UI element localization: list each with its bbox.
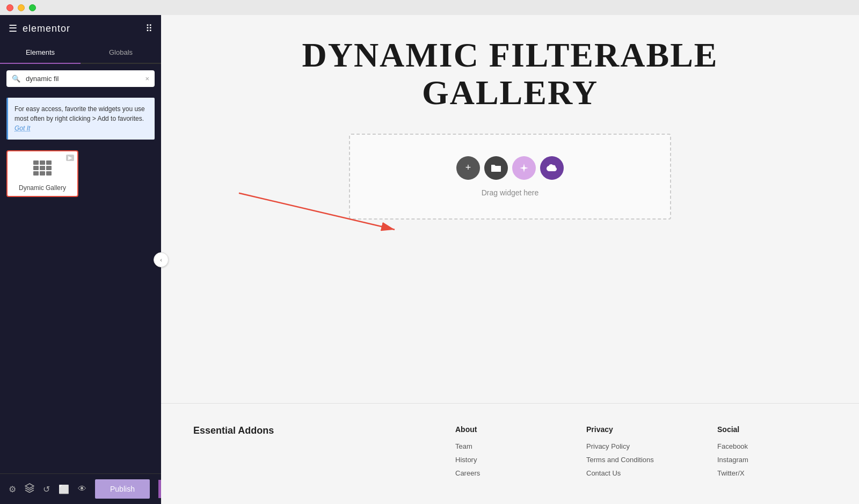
info-banner: For easy access, favorite the widgets yo… (6, 98, 155, 140)
settings-icon[interactable]: ⚙ (9, 484, 16, 494)
tab-globals[interactable]: Globals (81, 42, 161, 63)
widget-label: Dynamic Gallery (19, 184, 66, 192)
svg-rect-8 (46, 171, 52, 176)
footer-link-twitter[interactable]: Twitter/X (717, 469, 827, 477)
footer-about-col: About Team History Careers (455, 425, 565, 483)
minimize-button[interactable] (18, 4, 25, 11)
footer: Essential Addons About Team History Care… (161, 403, 859, 504)
sidebar-logo: ☰ elementor (9, 23, 70, 34)
drop-zone[interactable]: + (349, 134, 671, 220)
svg-rect-7 (40, 171, 45, 176)
sidebar-collapse-button[interactable]: ‹ (154, 252, 169, 267)
close-button[interactable] (6, 4, 13, 11)
footer-social-title: Social (717, 425, 827, 434)
add-element-button[interactable]: + (456, 156, 480, 180)
layers-icon[interactable] (25, 483, 34, 495)
sidebar-header: ☰ elementor ⠿ (0, 15, 161, 42)
svg-rect-3 (33, 166, 39, 170)
canvas-content: DYNAMIC FILTERABLE GALLERY + (161, 15, 859, 403)
footer-link-privacy-policy[interactable]: Privacy Policy (586, 442, 696, 450)
footer-empty-col (324, 425, 434, 483)
widget-grid: ▶ Dynamic Gallery (0, 144, 161, 203)
footer-link-instagram[interactable]: Instagram (717, 456, 827, 464)
got-it-link[interactable]: Got It (14, 125, 30, 132)
svg-rect-6 (33, 171, 39, 176)
tab-elements[interactable]: Elements (0, 42, 81, 63)
widget-grid-icon (33, 160, 52, 180)
page-title: DYNAMIC FILTERABLE GALLERY (302, 36, 718, 112)
drop-zone-label: Drag widget here (482, 188, 539, 197)
footer-link-facebook[interactable]: Facebook (717, 442, 827, 450)
folder-button[interactable] (484, 156, 508, 180)
widget-badge: ▶ (66, 155, 74, 161)
preview-icon[interactable]: 👁 (78, 484, 86, 494)
sparkle-button[interactable] (512, 156, 536, 180)
footer-brand: Essential Addons (193, 425, 303, 436)
footer-link-contact[interactable]: Contact Us (586, 469, 696, 477)
footer-link-terms[interactable]: Terms and Conditions (586, 456, 696, 464)
search-icon: 🔍 (6, 70, 26, 87)
search-clear-icon[interactable]: × (140, 70, 155, 87)
footer-about-title: About (455, 425, 565, 434)
svg-rect-5 (46, 166, 52, 170)
footer-link-team[interactable]: Team (455, 442, 565, 450)
widget-dynamic-gallery[interactable]: ▶ Dynamic Gallery (6, 150, 78, 197)
app-container: ☰ elementor ⠿ Elements Globals 🔍 × For e… (0, 15, 859, 504)
cloud-button[interactable] (540, 156, 564, 180)
footer-brand-col: Essential Addons (193, 425, 303, 483)
search-container: 🔍 × (0, 64, 161, 93)
sidebar-tabs: Elements Globals (0, 42, 161, 64)
footer-privacy-title: Privacy (586, 425, 696, 434)
footer-privacy-col: Privacy Privacy Policy Terms and Conditi… (586, 425, 696, 483)
footer-link-history[interactable]: History (455, 456, 565, 464)
logo-text: elementor (23, 23, 70, 34)
footer-link-careers[interactable]: Careers (455, 469, 565, 477)
search-input-wrapper: 🔍 × (6, 70, 155, 87)
info-banner-text: For easy access, favorite the widgets yo… (14, 105, 145, 122)
svg-rect-2 (46, 160, 52, 165)
svg-rect-0 (33, 160, 39, 165)
sidebar: ☰ elementor ⠿ Elements Globals 🔍 × For e… (0, 15, 161, 504)
canvas-area: DYNAMIC FILTERABLE GALLERY + (161, 15, 859, 504)
hamburger-icon[interactable]: ☰ (9, 23, 17, 34)
responsive-icon[interactable]: ⬜ (59, 484, 69, 494)
footer-social-col: Social Facebook Instagram Twitter/X (717, 425, 827, 483)
apps-grid-icon[interactable]: ⠿ (145, 23, 152, 34)
sidebar-bottom: ⚙ ↺ ⬜ 👁 Publish ▲ (0, 473, 161, 504)
svg-rect-4 (40, 166, 45, 170)
svg-rect-1 (40, 160, 45, 165)
history-icon[interactable]: ↺ (43, 484, 50, 494)
maximize-button[interactable] (29, 4, 36, 11)
search-input[interactable] (26, 70, 140, 87)
publish-button[interactable]: Publish (95, 479, 150, 499)
drop-zone-buttons: + (456, 156, 564, 180)
canvas-wrapper: DYNAMIC FILTERABLE GALLERY + (161, 15, 859, 504)
window-chrome (0, 0, 859, 15)
